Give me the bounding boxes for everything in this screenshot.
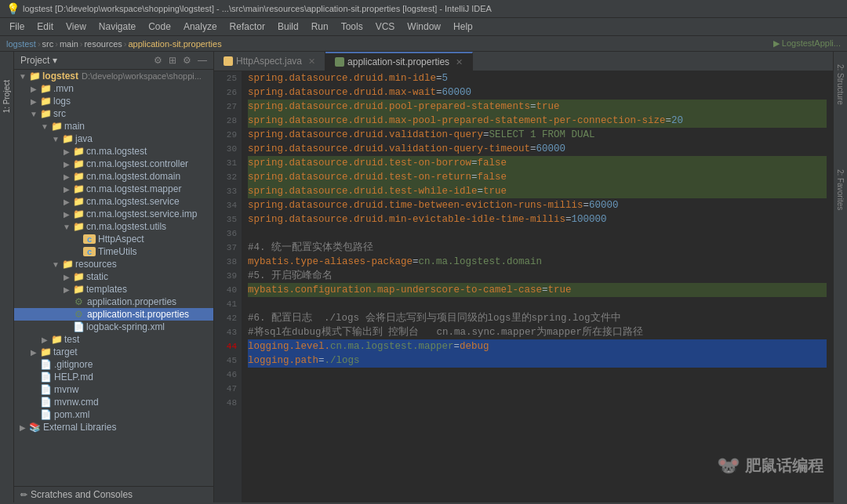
code-line-44: → logging.level.cn.ma.logstest.mapper=de… — [248, 339, 827, 354]
structure-tab[interactable]: 2: Structure — [834, 60, 846, 110]
breadcrumb-item[interactable]: main — [60, 39, 78, 49]
code-line-32: spring.datasource.druid.test-on-return=f… — [248, 170, 827, 184]
menu-file[interactable]: File — [3, 20, 31, 34]
code-line-46 — [248, 368, 827, 382]
tree-item-app-sit-props[interactable]: ⚙ application-sit.properties — [14, 308, 213, 321]
tree-item-target[interactable]: ▶ 📁 target — [14, 346, 213, 358]
menu-view[interactable]: View — [60, 20, 93, 34]
tree-item-timeutils[interactable]: c TimeUtils — [14, 245, 213, 258]
code-content[interactable]: spring.datasource.druid.min-idle=5 sprin… — [242, 71, 833, 502]
breadcrumb-item[interactable]: resources — [84, 39, 122, 49]
sidebar-header: Project ▾ ⚙ ⊞ ⚙ — — [14, 52, 213, 70]
tree-item-pkg3[interactable]: ▶ 📁 cn.ma.logstest.domain — [14, 170, 213, 183]
code-line-27: spring.datasource.druid.pool-prepared-st… — [248, 100, 827, 114]
breadcrumb-item-active[interactable]: application-sit.properties — [128, 39, 221, 49]
tree-item-resources[interactable]: ▼ 📁 resources — [14, 258, 213, 270]
menu-window[interactable]: Window — [401, 20, 447, 34]
code-line-43: #将sql在dubug模式下输出到 控制台 cn.ma.sync.mapper为… — [248, 325, 827, 339]
tab-httpaspect[interactable]: HttpAspect.java ✕ — [214, 52, 325, 71]
app-icon: 💡 — [6, 2, 20, 15]
code-line-33: spring.datasource.druid.test-while-idle=… — [248, 184, 827, 198]
sidebar-close-icon[interactable]: — — [198, 55, 207, 66]
line-numbers: 25 26 27 28 29 30 31 32 33 34 35 36 37 3… — [214, 71, 242, 502]
tree-item-logback[interactable]: 📄 logback-spring.xml — [14, 321, 213, 333]
sidebar-layout-icon[interactable]: ⊞ — [169, 55, 176, 66]
tab-java-icon — [224, 56, 233, 66]
menu-navigate[interactable]: Navigate — [93, 20, 142, 34]
scratches-label: Scratches and Consoles — [31, 489, 133, 500]
menu-vcs[interactable]: VCS — [369, 20, 402, 34]
sidebar-gear-icon[interactable]: ⚙ — [183, 55, 191, 66]
code-line-45: logging.path=./logs — [248, 354, 827, 368]
code-line-42: #6. 配置日志 ./logs 会将日志写到与项目同级的logs里的spring… — [248, 311, 827, 325]
menu-run[interactable]: Run — [305, 20, 335, 34]
tab-bar: HttpAspect.java ✕ application-sit.proper… — [214, 52, 833, 71]
favorites-tab[interactable]: 2: Favorites — [834, 165, 846, 215]
code-line-26: spring.datasource.druid.max-wait=60000 — [248, 85, 827, 100]
tree-item-mvnwcmd[interactable]: 📄 mvnw.cmd — [14, 396, 213, 408]
sidebar: Project ▾ ⚙ ⊞ ⚙ — ▼ 📁 logstest D:\develo… — [14, 52, 214, 502]
tree-item-static[interactable]: ▶ 📁 static — [14, 270, 213, 283]
tree-item-java[interactable]: ▼ 📁 java — [14, 132, 213, 145]
code-line-36 — [248, 227, 827, 241]
menu-code[interactable]: Code — [142, 20, 177, 34]
tree-item-pkg4[interactable]: ▶ 📁 cn.ma.logstest.mapper — [14, 183, 213, 195]
left-tab-strip: 1: Project — [0, 52, 14, 502]
tree-item-mvn[interactable]: ▶ 📁 .mvn — [14, 82, 213, 95]
tree-item-pkg5[interactable]: ▶ 📁 cn.ma.logstest.service — [14, 195, 213, 208]
menu-refactor[interactable]: Refactor — [224, 20, 271, 34]
breadcrumb-item[interactable]: logstest — [6, 39, 36, 49]
tree-item-pkg7[interactable]: ▼ 📁 cn.ma.logstest.utils — [14, 220, 213, 233]
tab-appprops[interactable]: application-sit.properties ✕ — [325, 52, 473, 71]
code-line-35: spring.datasource.druid.min-evictable-id… — [248, 212, 827, 227]
tree-item-pomxml[interactable]: 📄 pom.xml — [14, 408, 213, 421]
tree-item-logs[interactable]: ▶ 📁 logs — [14, 95, 213, 107]
code-line-40: mybatis.configuration.map-underscore-to-… — [248, 283, 827, 297]
tree-item-gitignore[interactable]: 📄 .gitignore — [14, 358, 213, 371]
code-line-39: #5. 开启驼峰命名 — [248, 269, 827, 283]
code-line-47 — [248, 382, 827, 396]
sidebar-title: Project ▾ — [20, 55, 151, 66]
tree-item-src[interactable]: ▼ 📁 src — [14, 107, 213, 120]
code-line-29: spring.datasource.druid.validation-query… — [248, 128, 827, 142]
run-config[interactable]: ▶ LogstestAppli... — [773, 38, 841, 49]
tree-item-pkg2[interactable]: ▶ 📁 cn.ma.logstest.controller — [14, 158, 213, 170]
tree-item-mvnw[interactable]: 📄 mvnw — [14, 383, 213, 396]
tree-item-main[interactable]: ▼ 📁 main — [14, 120, 213, 132]
project-tree: ▼ 📁 logstest D:\develop\workspace\shoppi… — [14, 70, 213, 486]
editor-area: HttpAspect.java ✕ application-sit.proper… — [214, 52, 833, 502]
tree-item-test[interactable]: ▶ 📁 test — [14, 333, 213, 346]
tab-close-icon[interactable]: ✕ — [308, 56, 315, 67]
breadcrumb-item[interactable]: src — [42, 39, 54, 49]
arrow-icon: ▼ — [17, 72, 28, 81]
menu-bar: File Edit View Navigate Code Analyze Ref… — [0, 18, 847, 36]
right-tab-strip: 2: Structure 2: Favorites — [833, 52, 847, 502]
tree-item-ext-libs[interactable]: ▶ 📚 External Libraries — [14, 421, 213, 433]
menu-help[interactable]: Help — [447, 20, 479, 34]
tree-item-templates[interactable]: ▶ 📁 templates — [14, 283, 213, 296]
code-line-28: spring.datasource.druid.max-pool-prepare… — [248, 114, 827, 128]
project-tab[interactable]: 1: Project — [1, 75, 13, 118]
code-line-41 — [248, 297, 827, 311]
tab-close-icon[interactable]: ✕ — [456, 57, 463, 67]
folder-icon: 📁 — [28, 71, 41, 82]
tree-item-httpaspect[interactable]: c HttpAspect — [14, 233, 213, 245]
menu-build[interactable]: Build — [271, 20, 305, 34]
breadcrumb: logstest › src › main › resources › appl… — [0, 36, 847, 52]
menu-tools[interactable]: Tools — [335, 20, 369, 34]
window-title: logstest [D:\develop\workspace\shopping\… — [23, 4, 492, 13]
tree-item-root[interactable]: ▼ 📁 logstest D:\develop\workspace\shoppi… — [14, 70, 213, 82]
menu-analyze[interactable]: Analyze — [177, 20, 224, 34]
tree-item-app-props[interactable]: ⚙ application.properties — [14, 296, 213, 308]
tree-item-pkg6[interactable]: ▶ 📁 cn.ma.logstest.service.imp — [14, 208, 213, 220]
sidebar-bottom: ✏ Scratches and Consoles — [14, 486, 213, 502]
scratches-item[interactable]: ✏ Scratches and Consoles — [14, 487, 213, 502]
tree-item-pkg1[interactable]: ▶ 📁 cn.ma.logstest — [14, 145, 213, 158]
code-editor: 25 26 27 28 29 30 31 32 33 34 35 36 37 3… — [214, 71, 833, 502]
menu-edit[interactable]: Edit — [31, 20, 60, 34]
tree-item-helpmd[interactable]: 📄 HELP.md — [14, 371, 213, 383]
sidebar-settings-icon[interactable]: ⚙ — [154, 55, 162, 66]
tab-props-icon — [335, 57, 344, 67]
main-layout: 1: Project Project ▾ ⚙ ⊞ ⚙ — ▼ 📁 logstes… — [0, 52, 847, 502]
code-line-31: spring.datasource.druid.test-on-borrow=f… — [248, 156, 827, 170]
